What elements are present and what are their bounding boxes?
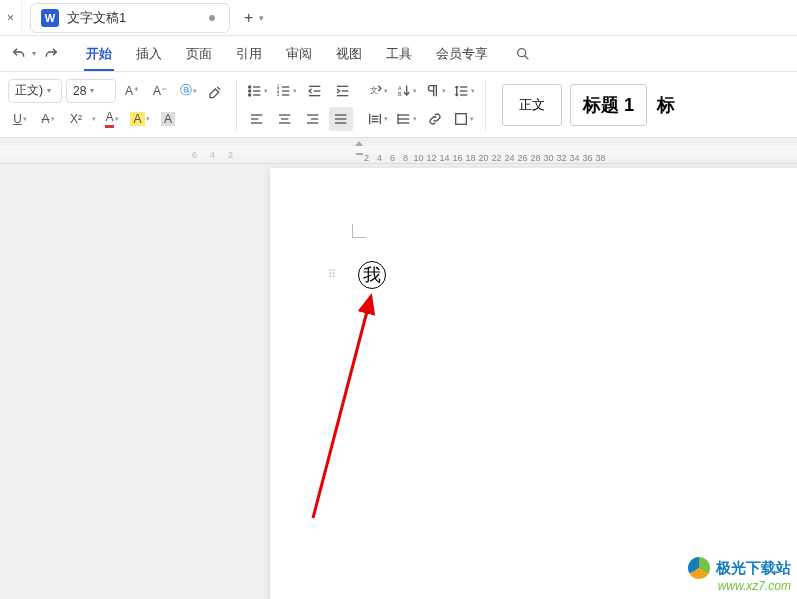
- svg-point-0: [518, 48, 526, 56]
- ruler-tick: 36: [581, 153, 594, 163]
- ruler-tick: 4: [210, 150, 215, 160]
- ruler-tick: 30: [542, 153, 555, 163]
- ruler-tick: 16: [451, 153, 464, 163]
- strikethrough-button[interactable]: A▾: [36, 107, 60, 131]
- ruler-tick: 26: [516, 153, 529, 163]
- prev-tab-close-icon[interactable]: ×: [0, 0, 22, 36]
- tab-bar: × W 文字文稿1 + ▾: [0, 0, 797, 36]
- annotation-arrow-icon: [303, 288, 393, 528]
- circled-text: 我: [363, 263, 381, 287]
- svg-text:A: A: [398, 84, 402, 90]
- decrease-indent-button[interactable]: [303, 79, 327, 103]
- ruby-button[interactable]: ⓐ▾: [176, 79, 200, 103]
- site-logo-icon: [688, 557, 710, 579]
- menu-reference[interactable]: 引用: [224, 36, 274, 71]
- indent-marker[interactable]: [354, 141, 364, 151]
- svg-line-50: [313, 296, 371, 518]
- horizontal-ruler[interactable]: 2 4 6 8 10 12 14 16 18 20 22 24 26 28 30…: [255, 146, 797, 164]
- menu-member[interactable]: 会员专享: [424, 36, 500, 71]
- align-justify-button[interactable]: [329, 107, 353, 131]
- font-size-value: 28: [73, 84, 86, 98]
- font-size-dropdown[interactable]: 28 ▾: [66, 79, 116, 103]
- ruler-tick: 6: [192, 150, 197, 160]
- ruler-tick: 20: [477, 153, 490, 163]
- ruler-tick: 32: [555, 153, 568, 163]
- search-button[interactable]: [510, 41, 536, 67]
- superscript-button[interactable]: X²: [64, 107, 88, 131]
- paragraph-handle-icon[interactable]: ⠿: [328, 268, 337, 281]
- divider: [236, 80, 237, 130]
- first-line-indent-icon[interactable]: [355, 141, 363, 146]
- decrease-font-button[interactable]: A⁻: [148, 79, 172, 103]
- menu-tools[interactable]: 工具: [374, 36, 424, 71]
- site-name: 极光下载站: [716, 559, 791, 577]
- ruler-tick: 22: [490, 153, 503, 163]
- menu-review[interactable]: 审阅: [274, 36, 324, 71]
- divider: [485, 80, 486, 130]
- align-left-button[interactable]: [245, 107, 269, 131]
- document-page[interactable]: ⠿ 我: [270, 168, 797, 599]
- distribute-button[interactable]: ▾: [365, 107, 390, 131]
- align-right-button[interactable]: [301, 107, 325, 131]
- line-spacing-button[interactable]: ▾: [452, 79, 477, 103]
- menu-insert[interactable]: 插入: [124, 36, 174, 71]
- ruler-tick: 4: [373, 153, 386, 163]
- menu-view[interactable]: 视图: [324, 36, 374, 71]
- underline-button[interactable]: U▾: [8, 107, 32, 131]
- chevron-down-icon[interactable]: ▾: [92, 115, 96, 123]
- svg-rect-49: [456, 113, 467, 124]
- svg-point-4: [249, 90, 251, 92]
- ruler-tick: 28: [529, 153, 542, 163]
- svg-text:文: 文: [370, 86, 378, 95]
- text-direction-button[interactable]: 文▾: [365, 79, 390, 103]
- menu-start[interactable]: 开始: [74, 36, 124, 71]
- svg-text:B: B: [398, 91, 402, 97]
- numbering-button[interactable]: 123▾: [274, 79, 299, 103]
- style-name-dropdown[interactable]: 正文) ▾: [8, 79, 62, 103]
- ribbon-toolbar: 正文) ▾ 28 ▾ A⁺ A⁻ ⓐ▾ U▾ A▾ X² ▾ A▾ A▾ A: [0, 72, 797, 138]
- ruler-tick: 38: [594, 153, 607, 163]
- style-heading1[interactable]: 标题 1: [570, 84, 647, 126]
- tab-stops-button[interactable]: ▾: [394, 107, 419, 131]
- circled-character[interactable]: 我: [358, 261, 386, 289]
- plus-icon: +: [244, 9, 253, 27]
- ruler-negative[interactable]: 6 4 2: [0, 146, 255, 164]
- new-tab-button[interactable]: + ▾: [244, 9, 264, 27]
- char-shading-button[interactable]: A: [156, 107, 180, 131]
- link-button[interactable]: [423, 107, 447, 131]
- ruler-tick: 10: [412, 153, 425, 163]
- svg-point-6: [249, 94, 251, 96]
- increase-font-button[interactable]: A⁺: [120, 79, 144, 103]
- menu-bar: ▾ 开始 插入 页面 引用 审阅 视图 工具 会员专享: [0, 36, 797, 72]
- chevron-down-icon[interactable]: ▾: [259, 13, 264, 23]
- sort-button[interactable]: AB▾: [394, 79, 419, 103]
- ruler-tick: 14: [438, 153, 451, 163]
- svg-line-1: [525, 55, 529, 59]
- style-heading-cut[interactable]: 标: [655, 84, 677, 126]
- increase-indent-button[interactable]: [331, 79, 355, 103]
- ruler-tick: 34: [568, 153, 581, 163]
- clear-format-button[interactable]: [204, 79, 228, 103]
- ruler-tick: 24: [503, 153, 516, 163]
- watermark: 极光下载站 www.xz7.com: [688, 557, 791, 593]
- svg-text:3: 3: [277, 92, 280, 97]
- menu-page[interactable]: 页面: [174, 36, 224, 71]
- show-marks-button[interactable]: ▾: [423, 79, 448, 103]
- shading-button[interactable]: ▾: [451, 107, 476, 131]
- redo-button[interactable]: [38, 41, 64, 67]
- bullets-button[interactable]: ▾: [245, 79, 270, 103]
- styles-panel: 正文 标题 1 标: [490, 84, 677, 126]
- unsaved-dot-icon: [209, 15, 215, 21]
- hanging-indent-icon[interactable]: [356, 153, 363, 155]
- align-center-button[interactable]: [273, 107, 297, 131]
- undo-dropdown-icon[interactable]: ▾: [32, 49, 36, 58]
- chevron-down-icon: ▾: [47, 86, 51, 95]
- undo-button[interactable]: [6, 41, 32, 67]
- document-tab[interactable]: W 文字文稿1: [30, 3, 230, 33]
- ruler-tick: 8: [399, 153, 412, 163]
- font-color-button[interactable]: A▾: [100, 107, 124, 131]
- style-normal[interactable]: 正文: [502, 84, 562, 126]
- chevron-down-icon: ▾: [90, 86, 94, 95]
- highlight-button[interactable]: A▾: [128, 107, 152, 131]
- ruler-tick: 18: [464, 153, 477, 163]
